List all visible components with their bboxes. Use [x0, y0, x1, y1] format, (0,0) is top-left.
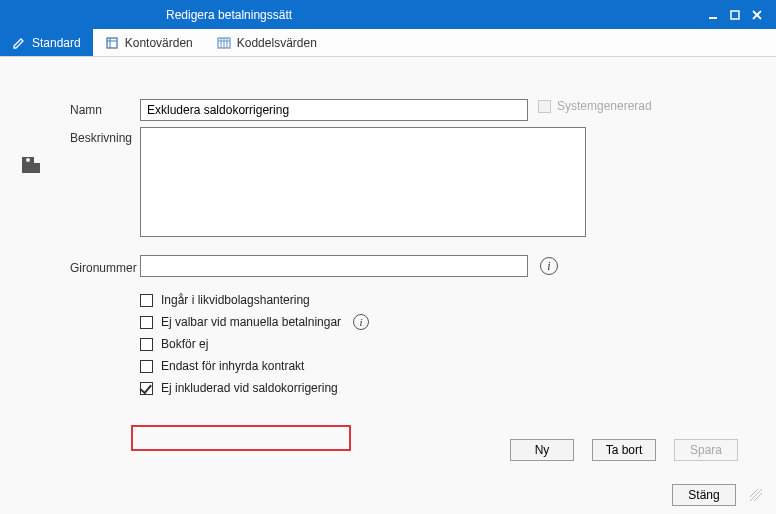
ny-button[interactable]: Ny [510, 439, 574, 461]
gironumber-label: Gironummer [70, 257, 140, 275]
tab-koddelsvarden-label: Koddelsvärden [237, 36, 317, 50]
svg-rect-1 [731, 11, 739, 19]
checkbox-ejvalbar[interactable]: Ej valbar vid manuella betalningar i [140, 311, 756, 333]
tab-koddelsvarden[interactable]: Koddelsvärden [205, 29, 329, 56]
minimize-button[interactable] [702, 4, 724, 26]
name-row: Namn Systemgenererad [70, 99, 756, 121]
checkbox-bokforej-box[interactable] [140, 338, 153, 351]
name-input[interactable] [140, 99, 528, 121]
checkbox-ejvalbar-label: Ej valbar vid manuella betalningar [161, 315, 341, 329]
systemgenerated-checkbox [538, 100, 551, 113]
stang-button[interactable]: Stäng [672, 484, 736, 506]
gironumber-input[interactable] [140, 255, 528, 277]
window-title: Redigera betalningssätt [16, 8, 292, 22]
checkbox-bokforej-label: Bokför ej [161, 337, 208, 351]
checkbox-ingar-box[interactable] [140, 294, 153, 307]
checkbox-endast[interactable]: Endast för inhyrda kontrakt [140, 355, 756, 377]
titlebar: Redigera betalningssätt [0, 0, 776, 29]
checkbox-ejinkl[interactable]: Ej inkluderad vid saldokorrigering [140, 377, 756, 399]
systemgenerated-label: Systemgenererad [557, 99, 652, 113]
checkbox-endast-label: Endast för inhyrda kontrakt [161, 359, 304, 373]
button-row-1: Ny Ta bort Spara [20, 439, 738, 461]
tabort-button[interactable]: Ta bort [592, 439, 656, 461]
minimize-icon [708, 10, 718, 20]
form-content: Namn Systemgenererad Beskrivning Gironum… [0, 57, 776, 471]
spara-button: Spara [674, 439, 738, 461]
checkbox-ingar[interactable]: Ingår i likvidbolagshantering [140, 289, 756, 311]
edit-icon [12, 36, 26, 50]
checkbox-ejvalbar-info-icon[interactable]: i [353, 314, 369, 330]
description-row: Beskrivning [70, 127, 756, 237]
accountvalues-icon [105, 36, 119, 50]
tab-standard[interactable]: Standard [0, 29, 93, 56]
close-button[interactable] [746, 4, 768, 26]
systemgenerated-wrapper: Systemgenererad [538, 99, 652, 113]
description-textarea[interactable] [140, 127, 586, 237]
checkbox-ingar-label: Ingår i likvidbolagshantering [161, 293, 310, 307]
checkbox-ejinkl-box[interactable] [140, 382, 153, 395]
form-icon [20, 153, 42, 175]
svg-point-12 [26, 158, 30, 162]
maximize-icon [730, 10, 740, 20]
checkbox-bokforej[interactable]: Bokför ej [140, 333, 756, 355]
checkbox-list: Ingår i likvidbolagshantering Ej valbar … [140, 289, 756, 399]
footer: Stäng [672, 484, 762, 506]
window-controls [702, 4, 768, 26]
checkbox-endast-box[interactable] [140, 360, 153, 373]
checkbox-ejvalbar-box[interactable] [140, 316, 153, 329]
resize-grip[interactable] [750, 489, 762, 501]
ribbon-tabs: Standard Kontovärden Koddelsvärden [0, 29, 776, 57]
checkbox-ejinkl-label: Ej inkluderad vid saldokorrigering [161, 381, 338, 395]
codevalues-icon [217, 36, 231, 50]
description-label: Beskrivning [70, 127, 140, 145]
svg-rect-4 [107, 38, 117, 48]
tab-kontovarden-label: Kontovärden [125, 36, 193, 50]
name-label: Namn [70, 99, 140, 117]
close-icon [752, 10, 762, 20]
tab-kontovarden[interactable]: Kontovärden [93, 29, 205, 56]
gironumber-info-icon[interactable]: i [540, 257, 558, 275]
gironumber-row: Gironummer i [70, 255, 756, 277]
maximize-button[interactable] [724, 4, 746, 26]
tab-standard-label: Standard [32, 36, 81, 50]
